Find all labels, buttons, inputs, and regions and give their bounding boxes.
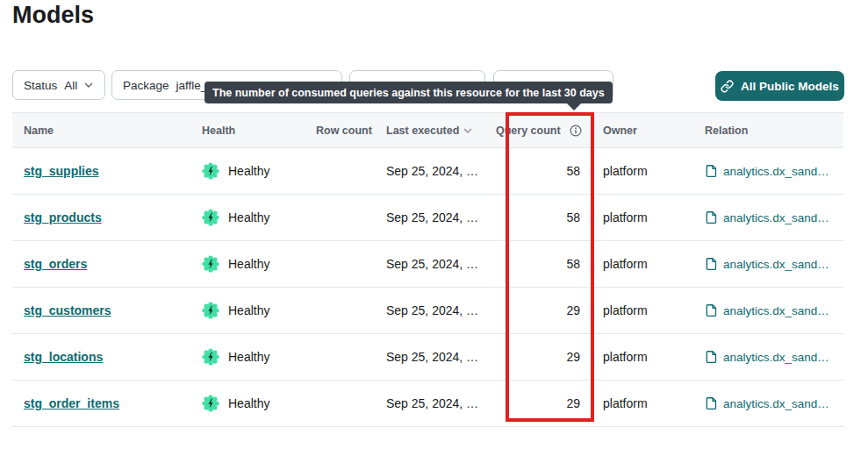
owner-value: platform xyxy=(603,396,648,410)
column-header-row-count: Row count xyxy=(316,113,373,148)
health-badge-icon xyxy=(202,348,219,366)
row-count-cell xyxy=(316,334,373,381)
link-icon xyxy=(721,80,734,93)
health-status: Healthy xyxy=(202,255,316,273)
model-link[interactable]: stg_order_items xyxy=(24,396,119,410)
health-label: Healthy xyxy=(228,350,269,364)
last-executed-value: Sep 25, 2024, … xyxy=(386,257,478,271)
health-status: Healthy xyxy=(202,162,316,180)
health-badge-icon xyxy=(202,209,219,226)
health-label: Healthy xyxy=(228,164,269,178)
relation-link[interactable]: analytics.dx_sand… xyxy=(705,210,843,224)
filter-status[interactable]: Status All xyxy=(12,70,105,100)
document-icon xyxy=(705,257,718,271)
column-header-owner: Owner xyxy=(594,113,699,148)
relation-link[interactable]: analytics.dx_sand… xyxy=(705,396,843,410)
all-public-models-button[interactable]: All Public Models xyxy=(715,71,844,101)
relation-link[interactable]: analytics.dx_sand… xyxy=(705,257,843,271)
filter-package-value: jaffle_ xyxy=(176,79,208,92)
row-count-cell xyxy=(316,288,373,334)
health-badge-icon xyxy=(202,395,219,412)
health-label: Healthy xyxy=(228,303,269,317)
relation-label: analytics.dx_sand… xyxy=(723,397,829,410)
last-executed-value: Sep 25, 2024, … xyxy=(386,350,478,364)
row-count-cell xyxy=(316,195,373,241)
table-header-row: Name Health Row count Last executed Quer… xyxy=(12,113,843,148)
health-status: Healthy xyxy=(202,209,316,226)
table-row: stg_customers Healthy Sep 25, 2024, … 29… xyxy=(12,288,843,334)
filter-package-label: Package xyxy=(123,79,169,92)
relation-link[interactable]: analytics.dx_sand… xyxy=(705,164,843,178)
relation-label: analytics.dx_sand… xyxy=(723,258,829,271)
document-icon xyxy=(705,210,718,224)
owner-value: platform xyxy=(603,164,648,178)
query-count-tooltip: The number of consumed queries against t… xyxy=(204,82,613,103)
model-link[interactable]: stg_supplies xyxy=(24,164,99,178)
table-row: stg_locations Healthy Sep 25, 2024, … 29… xyxy=(12,334,843,381)
row-count-cell xyxy=(316,148,373,195)
page-title: Models xyxy=(12,2,94,29)
query-count-value: 58 xyxy=(566,257,580,271)
relation-link[interactable]: analytics.dx_sand… xyxy=(705,350,843,364)
column-header-health: Health xyxy=(202,113,316,148)
last-executed-value: Sep 25, 2024, … xyxy=(386,396,478,410)
health-status: Healthy xyxy=(202,302,316,319)
health-badge-icon xyxy=(202,302,219,319)
column-header-name: Name xyxy=(12,113,202,148)
owner-value: platform xyxy=(603,303,648,317)
table-row: stg_order_items Healthy Sep 25, 2024, … … xyxy=(12,381,843,427)
row-count-cell xyxy=(316,241,373,288)
last-executed-value: Sep 25, 2024, … xyxy=(386,210,478,224)
column-header-relation: Relation xyxy=(699,113,843,148)
relation-label: analytics.dx_sand… xyxy=(723,165,829,178)
last-executed-value: Sep 25, 2024, … xyxy=(386,303,478,317)
health-badge-icon xyxy=(202,162,219,180)
table-row: stg_products Healthy Sep 25, 2024, … 58 … xyxy=(12,195,843,241)
health-label: Healthy xyxy=(228,210,269,224)
filter-status-label: Status xyxy=(24,79,57,92)
query-count-value: 29 xyxy=(566,303,580,317)
query-count-value: 29 xyxy=(566,350,580,364)
relation-label: analytics.dx_sand… xyxy=(723,304,829,317)
tooltip-text: The number of consumed queries against t… xyxy=(212,87,605,99)
owner-value: platform xyxy=(603,350,648,364)
query-count-value: 29 xyxy=(566,396,580,410)
sort-chevron-icon xyxy=(463,128,472,133)
relation-link[interactable]: analytics.dx_sand… xyxy=(705,303,843,317)
table-row: stg_orders Healthy Sep 25, 2024, … 58 pl… xyxy=(12,241,843,288)
relation-label: analytics.dx_sand… xyxy=(723,351,829,364)
models-table: Name Health Row count Last executed Quer… xyxy=(12,112,843,427)
document-icon xyxy=(705,164,718,178)
relation-label: analytics.dx_sand… xyxy=(723,211,829,224)
model-link[interactable]: stg_products xyxy=(24,210,102,224)
chevron-down-icon xyxy=(84,82,93,88)
all-public-models-label: All Public Models xyxy=(741,80,839,93)
table-row: stg_supplies Healthy Sep 25, 2024, … 58 … xyxy=(12,148,843,195)
health-status: Healthy xyxy=(202,348,316,366)
model-link[interactable]: stg_customers xyxy=(24,303,111,317)
health-label: Healthy xyxy=(228,396,269,410)
document-icon xyxy=(705,303,718,317)
document-icon xyxy=(705,396,718,410)
column-header-query-count: Query count xyxy=(496,113,594,148)
document-icon xyxy=(705,350,718,364)
model-link[interactable]: stg_locations xyxy=(24,350,103,364)
column-header-last-executed[interactable]: Last executed xyxy=(373,113,496,148)
query-count-value: 58 xyxy=(566,164,580,178)
row-count-cell xyxy=(316,381,373,427)
health-badge-icon xyxy=(202,255,219,273)
owner-value: platform xyxy=(603,257,648,271)
last-executed-value: Sep 25, 2024, … xyxy=(386,164,478,178)
health-label: Healthy xyxy=(228,257,269,271)
query-count-value: 58 xyxy=(566,210,580,224)
info-icon[interactable] xyxy=(570,125,582,137)
owner-value: platform xyxy=(603,210,648,224)
health-status: Healthy xyxy=(202,395,316,412)
filter-status-value: All xyxy=(64,79,77,92)
model-link[interactable]: stg_orders xyxy=(24,257,87,271)
